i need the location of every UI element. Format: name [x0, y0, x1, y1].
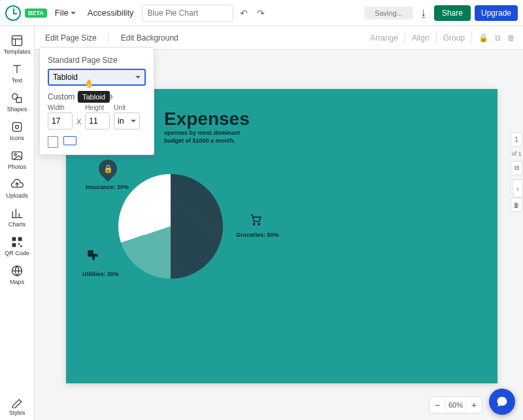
subtitle-line: budget of $1000 a month.: [164, 137, 235, 144]
icons-icon: [10, 120, 24, 133]
sidebar-item-styles[interactable]: Styles: [1, 391, 33, 420]
upgrade-button[interactable]: Upgrade: [475, 5, 518, 21]
lock-bubble-icon[interactable]: 🔒: [95, 156, 121, 182]
page-strip: 1 of 1 ⧉ ＋ 🗑: [510, 132, 523, 212]
sidebar-label: Shapes: [7, 106, 27, 113]
standard-size-title: Standard Page Size: [48, 56, 146, 65]
accessibility-menu[interactable]: Accessibility: [84, 5, 138, 20]
sidebar-item-icons[interactable]: Icons: [1, 116, 33, 145]
sidebar-item-charts[interactable]: Charts: [1, 203, 33, 232]
sidebar-item-templates[interactable]: Templates: [1, 30, 33, 59]
arrange-button[interactable]: Arrange: [370, 33, 398, 43]
selected-size-label: Tabloid: [53, 73, 78, 82]
download-button[interactable]: ⭳: [417, 7, 430, 20]
svg-point-4: [16, 126, 19, 129]
width-input[interactable]: [48, 113, 73, 130]
pie-label-groceries[interactable]: Groceries: 50%: [236, 232, 279, 238]
photos-icon: [10, 149, 24, 162]
svg-point-6: [14, 154, 16, 156]
sidebar-item-maps[interactable]: Maps: [1, 260, 33, 289]
sidebar-label: Text: [12, 77, 23, 84]
sidebar-item-photos[interactable]: Photos: [1, 145, 33, 174]
group-button[interactable]: Group: [443, 33, 465, 43]
svg-rect-11: [20, 245, 22, 247]
infographic-subtitle[interactable]: xpenses by most dominant budget of $1000…: [164, 130, 240, 145]
delete-page-button[interactable]: 🗑: [511, 198, 522, 212]
collapse-strip-handle[interactable]: ‹: [513, 179, 523, 198]
trash-icon[interactable]: 🗑: [507, 33, 515, 43]
undo-button[interactable]: ↶: [237, 7, 250, 20]
tap-icon[interactable]: [86, 246, 103, 263]
app-logo[interactable]: [5, 5, 21, 21]
align-button[interactable]: Align: [412, 33, 430, 43]
edit-toolbar: Edit Page Size Edit Background Arrange A…: [35, 26, 523, 50]
separator: [109, 32, 109, 44]
zoom-control: − 60% +: [429, 396, 482, 413]
qrcode-icon: [10, 236, 24, 249]
zoom-in-button[interactable]: +: [466, 397, 482, 413]
pie-label-insurance[interactable]: Insurance: 20%: [86, 184, 129, 190]
text-icon: [10, 63, 24, 76]
shapes-icon: [10, 92, 24, 105]
templates-icon: [10, 34, 24, 47]
document-title-input[interactable]: [142, 5, 233, 22]
lock-icon[interactable]: 🔒: [479, 33, 488, 43]
save-status: Saving...: [364, 7, 413, 20]
height-input[interactable]: [85, 113, 110, 130]
charts-icon: [10, 207, 24, 220]
sidebar-item-qrcode[interactable]: QR Code: [1, 232, 33, 260]
styles-icon: [10, 395, 24, 408]
sidebar-item-text[interactable]: Text: [1, 59, 33, 88]
page-size-panel: Standard Page Size Tabloid ✋ Tabloid Cus…: [39, 47, 154, 155]
size-tooltip: Tabloid: [78, 91, 110, 103]
chevron-down-icon: [131, 120, 136, 122]
sidebar-label: Photos: [8, 164, 26, 170]
edit-background-button[interactable]: Edit Background: [118, 31, 181, 45]
sidebar-label: QR Code: [5, 250, 29, 256]
separator: [436, 32, 437, 44]
edit-page-size-button[interactable]: Edit Page Size: [42, 31, 99, 45]
chat-button[interactable]: [489, 389, 515, 415]
svg-rect-9: [12, 243, 16, 247]
unit-select[interactable]: in: [114, 113, 140, 130]
duplicate-page-button[interactable]: ⧉: [511, 161, 522, 175]
svg-rect-0: [12, 36, 22, 46]
standard-size-select[interactable]: Tabloid: [48, 69, 146, 86]
svg-rect-7: [12, 237, 16, 241]
separator: [471, 32, 472, 44]
pointer-cursor-icon: ✋: [84, 79, 94, 88]
cart-icon[interactable]: [249, 213, 262, 226]
page-number-box[interactable]: 1: [511, 132, 522, 147]
sidebar-label: Charts: [8, 221, 26, 228]
uploads-icon: [10, 178, 24, 191]
dimension-x: X: [76, 118, 81, 126]
sidebar-item-shapes[interactable]: Shapes: [1, 88, 33, 116]
redo-button[interactable]: ↷: [254, 7, 267, 20]
svg-rect-8: [18, 237, 22, 241]
unit-label: Unit: [114, 104, 140, 111]
infographic-title[interactable]: Expenses: [164, 109, 250, 130]
pie-label-utilities[interactable]: Utilities: 30%: [82, 271, 119, 277]
sidebar-item-uploads[interactable]: Uploads: [1, 174, 33, 203]
app-header: BETA File Accessibility ↶ ↷ Saving... ⭳ …: [0, 0, 523, 26]
width-label: Width: [48, 104, 73, 111]
svg-rect-10: [18, 243, 20, 245]
unit-value: in: [118, 116, 124, 126]
orientation-portrait-button[interactable]: [48, 136, 58, 148]
left-sidebar: Templates Text Shapes Icons Photos Uploa…: [0, 26, 35, 420]
zoom-out-button[interactable]: −: [430, 397, 445, 413]
copy-icon[interactable]: ⧉: [495, 33, 501, 43]
share-button[interactable]: Share: [434, 5, 471, 21]
orientation-landscape-button[interactable]: [63, 136, 76, 145]
sidebar-label: Templates: [3, 48, 30, 55]
file-menu-label: File: [55, 8, 69, 18]
pie-chart[interactable]: [118, 174, 223, 279]
svg-point-13: [253, 223, 255, 225]
chat-icon: [496, 395, 509, 408]
subtitle-line: xpenses by most dominant: [164, 130, 240, 136]
file-menu[interactable]: File: [51, 5, 80, 20]
zoom-value[interactable]: 60%: [445, 397, 466, 413]
svg-point-14: [258, 223, 260, 225]
svg-rect-3: [12, 122, 21, 131]
maps-icon: [10, 264, 24, 277]
